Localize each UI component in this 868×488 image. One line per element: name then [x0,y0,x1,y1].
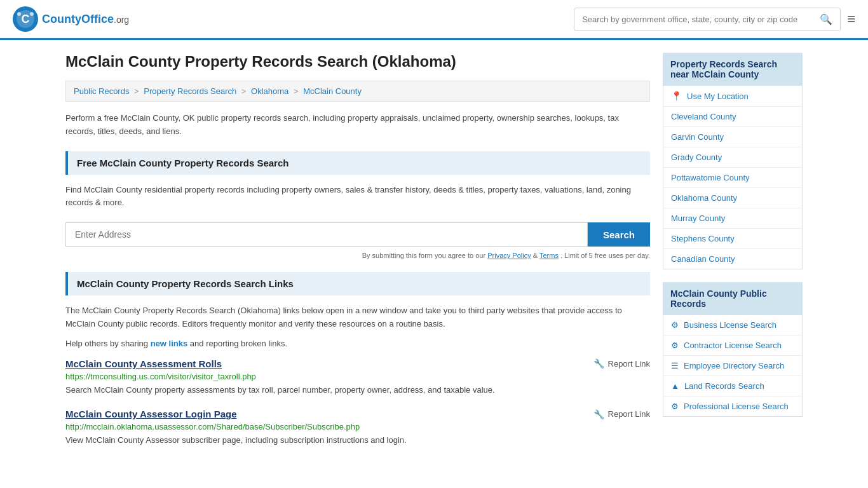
link-item-0-header: McClain County Assessment Rolls 🔧 Report… [65,358,650,369]
public-record-label-3: Land Records Search [684,381,764,391]
breadcrumb-sep2: > [241,86,248,96]
form-disclaimer: By submitting this form you agree to our… [65,252,650,259]
logo-suffix: .org [114,15,129,25]
svg-point-4 [30,12,34,16]
public-records-title: McClain County Public Records [663,282,803,315]
link-item-1: McClain County Assessor Login Page 🔧 Rep… [65,409,650,447]
county-item-4[interactable]: Oklahoma County [663,188,802,208]
breadcrumb-mcclain[interactable]: McClain County [303,86,362,96]
county-link-7[interactable]: Canadian County [663,249,802,269]
sidebar: Property Records Search near McClain Cou… [663,53,803,459]
public-record-item-0[interactable]: ⚙ Business License Search [663,315,802,336]
county-item-1[interactable]: Garvin County [663,127,802,147]
breadcrumb-property-records[interactable]: Property Records Search [144,86,236,96]
gear-icon-1: ⚙ [671,341,679,350]
nearby-counties-section: Property Records Search near McClain Cou… [663,53,803,269]
free-search-section: Free McClain County Property Records Sea… [65,151,650,260]
links-intro: The McClain County Property Records Sear… [65,304,650,331]
public-records-section: McClain County Public Records ⚙ Business… [663,282,803,417]
terms-link[interactable]: Terms [539,252,559,259]
nearby-counties-list: 📍 Use My Location Cleveland County Garvi… [663,86,803,269]
free-search-header: Free McClain County Property Records Sea… [65,151,650,175]
use-location-item[interactable]: 📍 Use My Location [663,86,802,107]
report-link-0-button[interactable]: 🔧 Report Link [593,358,650,369]
use-location-label: Use My Location [687,92,749,101]
breadcrumb-oklahoma[interactable]: Oklahoma [251,86,288,96]
county-link-1[interactable]: Garvin County [663,127,802,147]
sharing-text: Help others by sharing new links and rep… [65,339,650,348]
wrench-icon-0: 🔧 [593,358,604,369]
link-item-1-desc: View McClain County Assessor subscriber … [65,434,650,447]
county-link-2[interactable]: Grady County [663,147,802,167]
header-search-area: 🔍 ≡ [574,8,855,31]
public-record-label-1: Contractor License Search [684,341,782,350]
link-item-1-header: McClain County Assessor Login Page 🔧 Rep… [65,409,650,419]
public-record-link-4[interactable]: ⚙ Professional License Search [663,396,802,416]
wrench-icon-1: 🔧 [593,409,604,419]
free-search-desc: Find McClain County residential property… [65,184,650,210]
intro-text: Perform a free McClain County, OK public… [65,112,650,139]
link-item-0: McClain County Assessment Rolls 🔧 Report… [65,358,650,396]
links-section: McClain County Property Records Search L… [65,272,650,447]
link-item-0-url[interactable]: https://tmconsulting.us.com/visitor/visi… [65,372,650,381]
link-item-1-title[interactable]: McClain County Assessor Login Page [65,409,237,419]
logo-icon: C [13,6,38,32]
breadcrumb-public-records[interactable]: Public Records [74,86,129,96]
county-item-5[interactable]: Murray County [663,208,802,229]
breadcrumb-sep1: > [134,86,141,96]
content-area: McClain County Property Records Search (… [65,53,650,459]
county-item-0[interactable]: Cleveland County [663,107,802,127]
link-item-0-title[interactable]: McClain County Assessment Rolls [65,358,222,369]
svg-text:C: C [22,13,30,25]
nearby-counties-title: Property Records Search near McClain Cou… [663,53,803,86]
header: C CountyOffice.org 🔍 ≡ [0,0,868,40]
county-link-3[interactable]: Pottawatomie County [663,168,802,187]
county-item-2[interactable]: Grady County [663,147,802,168]
public-record-link-2[interactable]: ☰ Employee Directory Search [663,356,802,376]
public-record-item-3[interactable]: ▲ Land Records Search [663,376,802,396]
public-records-list: ⚙ Business License Search ⚙ Contractor L… [663,315,803,417]
svg-point-3 [17,12,21,16]
header-search-button[interactable]: 🔍 [812,8,840,30]
county-link-0[interactable]: Cleveland County [663,107,802,126]
main-container: McClain County Property Records Search (… [53,40,815,472]
county-link-5[interactable]: Murray County [663,208,802,228]
public-record-label-4: Professional License Search [684,402,789,411]
page-title: McClain County Property Records Search (… [65,53,650,71]
list-icon-2: ☰ [671,361,679,370]
county-item-7[interactable]: Canadian County [663,249,802,269]
search-button[interactable]: Search [588,222,650,247]
pin-icon: 📍 [671,91,682,101]
public-record-item-4[interactable]: ⚙ Professional License Search [663,396,802,416]
county-link-6[interactable]: Stephens County [663,229,802,248]
county-item-6[interactable]: Stephens County [663,229,802,249]
privacy-policy-link[interactable]: Privacy Policy [487,252,531,259]
link-item-0-desc: Search McClain County property assessmen… [65,384,650,396]
public-record-label-2: Employee Directory Search [684,361,784,370]
header-search-input[interactable] [574,10,812,29]
county-item-3[interactable]: Pottawatomie County [663,168,802,188]
report-link-1-button[interactable]: 🔧 Report Link [593,409,650,419]
logo-text: CountyOffice [42,13,114,25]
address-input[interactable] [65,222,588,247]
links-section-header: McClain County Property Records Search L… [65,272,650,295]
public-record-link-3[interactable]: ▲ Land Records Search [663,376,802,396]
triangle-icon-3: ▲ [671,381,679,391]
gear-icon-4: ⚙ [671,402,679,411]
county-link-4[interactable]: Oklahoma County [663,188,802,208]
breadcrumb: Public Records > Property Records Search… [65,81,650,102]
hamburger-menu-button[interactable]: ≡ [847,11,855,27]
public-record-item-2[interactable]: ☰ Employee Directory Search [663,356,802,376]
new-links-link[interactable]: new links [151,339,188,348]
logo[interactable]: C CountyOffice.org [13,6,129,32]
public-record-link-0[interactable]: ⚙ Business License Search [663,315,802,335]
header-search-bar: 🔍 [574,8,841,31]
link-item-1-url[interactable]: http://mcclain.oklahoma.usassessor.com/S… [65,422,650,431]
gear-icon-0: ⚙ [671,320,679,330]
address-search-form: Search [65,222,650,247]
public-record-label-0: Business License Search [684,320,776,330]
public-record-item-1[interactable]: ⚙ Contractor License Search [663,336,802,356]
public-record-link-1[interactable]: ⚙ Contractor License Search [663,336,802,355]
breadcrumb-sep3: > [294,86,301,96]
